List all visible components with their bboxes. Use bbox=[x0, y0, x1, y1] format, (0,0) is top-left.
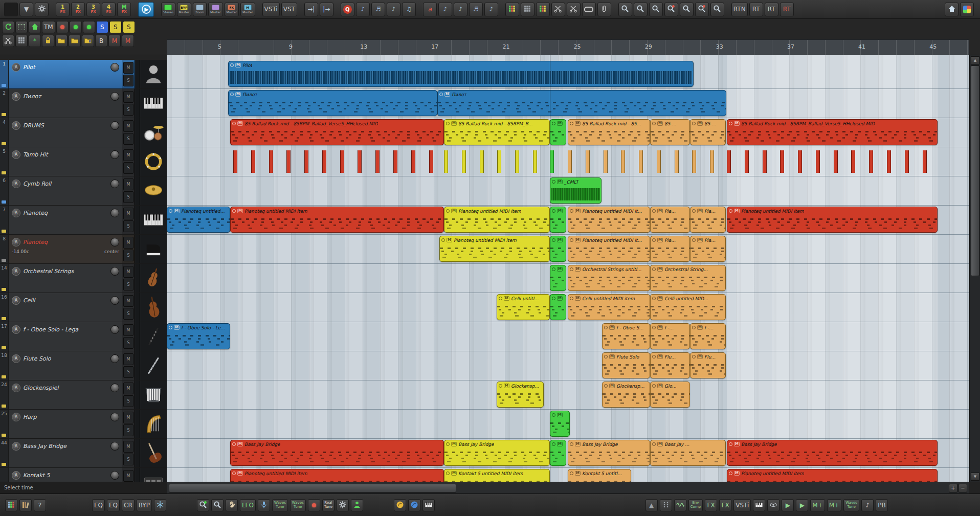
note-mod-button-4[interactable]: ♪ bbox=[484, 3, 498, 16]
percussion-hit-items[interactable] bbox=[727, 150, 938, 173]
item-mute-icon[interactable]: M bbox=[575, 238, 581, 243]
grid-mode-button-3[interactable] bbox=[536, 3, 550, 16]
pan-knob[interactable] bbox=[110, 296, 119, 305]
item-mute-icon[interactable]: M bbox=[444, 92, 450, 97]
media-item[interactable]: M bbox=[550, 294, 566, 320]
zoom-button-4[interactable] bbox=[664, 3, 678, 16]
pan-knob[interactable] bbox=[110, 238, 119, 246]
percussion-hit-items[interactable] bbox=[550, 150, 566, 173]
track-row[interactable]: 24AGlockenspielMS bbox=[0, 380, 167, 410]
glue-button[interactable] bbox=[582, 3, 596, 16]
item-mute-icon[interactable]: M bbox=[657, 384, 663, 389]
media-item[interactable]: MCelli untitled MID... bbox=[650, 294, 726, 320]
track-name[interactable]: DRUMS bbox=[23, 122, 108, 129]
note-mod-button-3[interactable]: ♬ bbox=[469, 3, 483, 16]
zoom-button-7[interactable] bbox=[710, 3, 724, 16]
monitor-person-button[interactable] bbox=[351, 499, 363, 511]
track-pan-value[interactable]: center bbox=[104, 249, 119, 254]
media-item[interactable]: MCelli untitled MIDI item bbox=[568, 294, 650, 320]
media-item[interactable]: MGlo... bbox=[650, 382, 690, 408]
track-name[interactable]: Harp bbox=[23, 414, 108, 420]
solo-button[interactable]: S bbox=[123, 395, 133, 407]
record-arm-button[interactable]: A bbox=[12, 471, 20, 480]
item-mute-icon[interactable]: M bbox=[657, 354, 663, 360]
pan-knob[interactable] bbox=[110, 121, 119, 130]
pb-button[interactable]: PB bbox=[876, 499, 888, 511]
item-mute-icon[interactable]: M bbox=[174, 209, 180, 214]
media-item[interactable]: M85 Ballad Rock.mid - 85BPM_B... bbox=[444, 119, 550, 145]
fx-slot-2-button[interactable]: 2FX bbox=[71, 3, 85, 16]
fx-button-2[interactable]: FX bbox=[719, 499, 731, 511]
media-item[interactable]: MPianoteq untitled MIDI item bbox=[727, 469, 938, 482]
rt-button-1[interactable]: RT bbox=[749, 3, 763, 16]
track-name[interactable]: f - Oboe Solo - Lega bbox=[23, 326, 108, 333]
solo-button[interactable]: S bbox=[123, 424, 133, 436]
solo-button[interactable]: S bbox=[123, 454, 133, 465]
item-mute-icon[interactable]: M bbox=[657, 238, 663, 243]
item-mute-icon[interactable]: M bbox=[557, 442, 563, 447]
item-mute-icon[interactable]: M bbox=[237, 471, 243, 476]
marquee-select-button[interactable] bbox=[15, 21, 28, 33]
arrange-track-lane[interactable]: MGlockensp...MGlockensp...MGlo... bbox=[167, 380, 969, 410]
item-mute-icon[interactable]: M bbox=[657, 296, 663, 301]
waves-tune-button-2[interactable]: WavesTune bbox=[290, 499, 306, 511]
horizontal-scroll-thumb[interactable] bbox=[169, 484, 456, 492]
cursor-button-1[interactable]: ▶ bbox=[782, 499, 794, 511]
media-item[interactable]: MPianoteq untitled MIDI item bbox=[230, 207, 444, 233]
fx-master-button[interactable]: FXMaster bbox=[225, 3, 239, 16]
zoom-in-button[interactable]: + bbox=[949, 484, 957, 492]
virtual-keyboard-button[interactable] bbox=[422, 499, 435, 511]
media-item[interactable]: M bbox=[550, 207, 566, 233]
record-arm-button[interactable]: A bbox=[12, 354, 20, 363]
mute-button[interactable]: M bbox=[123, 237, 133, 249]
media-item[interactable]: Mf - Oboe S... bbox=[602, 323, 650, 349]
zoom-button-2[interactable] bbox=[634, 3, 648, 16]
media-item[interactable]: Mf -... bbox=[690, 323, 726, 349]
item-mute-icon[interactable]: M bbox=[557, 267, 563, 272]
media-item[interactable]: Mf -... bbox=[650, 323, 690, 349]
item-mute-icon[interactable]: M bbox=[451, 471, 457, 476]
track-row[interactable]: 4ADRUMSMS bbox=[0, 118, 167, 147]
arrange-track-lane[interactable]: MPilot bbox=[167, 60, 969, 89]
item-mute-icon[interactable]: M bbox=[657, 442, 663, 447]
item-mute-icon[interactable]: M bbox=[697, 121, 703, 126]
mute-button[interactable]: M bbox=[123, 412, 133, 423]
setup-wrench-button[interactable] bbox=[35, 3, 49, 16]
note-value-button-4[interactable]: ♫ bbox=[402, 3, 416, 16]
item-mute-icon[interactable]: M bbox=[657, 121, 663, 126]
pan-knob[interactable] bbox=[110, 150, 119, 159]
fx-button-1[interactable]: FX bbox=[705, 499, 717, 511]
rt-button-2[interactable]: RT bbox=[765, 3, 778, 16]
item-mute-icon[interactable]: M bbox=[657, 209, 663, 214]
pan-knob[interactable] bbox=[110, 471, 119, 480]
tm-button[interactable]: TM bbox=[42, 21, 55, 33]
media-item[interactable]: M85 Ballad Rock.mid - 85BPM_Ballad_Verse… bbox=[727, 119, 938, 145]
arrange-track-lane[interactable]: M bbox=[167, 410, 969, 439]
mic-button[interactable] bbox=[258, 499, 270, 511]
mute-all-button-2[interactable]: M bbox=[122, 35, 134, 47]
record-arm-button[interactable]: A bbox=[12, 63, 20, 72]
track-name[interactable]: Orchestral Strings bbox=[23, 268, 108, 275]
media-item[interactable]: MGlockensp... bbox=[497, 382, 544, 408]
fx-slot-1-button[interactable]: 1FX bbox=[56, 3, 70, 16]
track-name[interactable]: Pianoteq bbox=[23, 210, 108, 216]
media-item[interactable]: MPianoteq untitled MIDI item bbox=[439, 236, 550, 262]
media-item[interactable]: MKontakt 5 untitl... bbox=[568, 469, 631, 482]
media-item[interactable]: MBass Jay Bridge bbox=[568, 440, 650, 466]
media-item[interactable]: MBass Jay Bridge bbox=[230, 440, 444, 466]
record-arm-button[interactable]: A bbox=[12, 442, 20, 451]
solo-button[interactable]: S bbox=[123, 250, 133, 261]
ripple-button[interactable] bbox=[597, 3, 611, 16]
item-mute-icon[interactable]: M bbox=[557, 121, 563, 126]
stereo-master-button[interactable]: Stereo bbox=[161, 3, 175, 16]
s-button-yellow-1[interactable]: S bbox=[109, 21, 122, 33]
record-arm-button[interactable]: A bbox=[12, 267, 20, 276]
item-mute-icon[interactable]: M bbox=[451, 442, 457, 447]
item-mute-icon[interactable]: M bbox=[237, 209, 243, 214]
eq-button-2[interactable]: EQ bbox=[107, 499, 120, 511]
solo-button[interactable]: S bbox=[123, 104, 133, 116]
zoom-tool-button-2[interactable] bbox=[211, 499, 224, 511]
record-arm-button[interactable]: A bbox=[12, 121, 20, 130]
pan-knob[interactable] bbox=[110, 267, 119, 276]
media-item[interactable]: MBass Jay Bridge bbox=[444, 440, 550, 466]
